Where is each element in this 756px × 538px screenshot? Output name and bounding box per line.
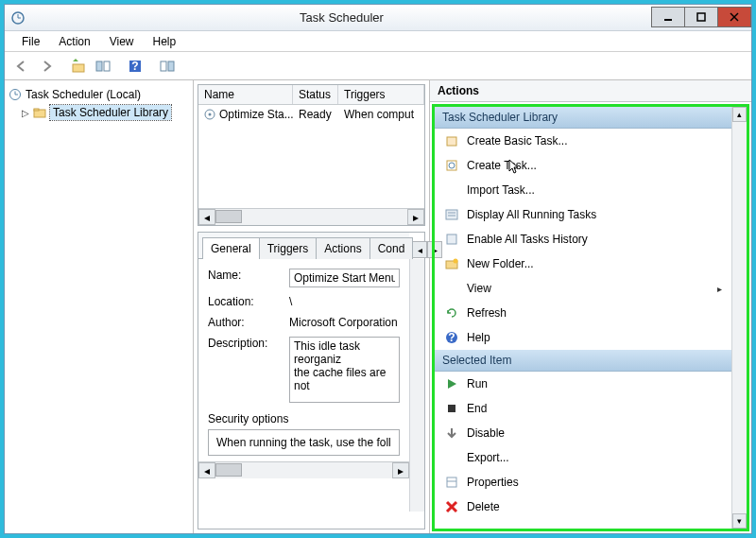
- details-hscroll[interactable]: ◂ ▸: [198, 461, 409, 478]
- maximize-button[interactable]: [684, 7, 718, 27]
- disable[interactable]: Disable: [435, 421, 731, 445]
- actions-vscroll[interactable]: ▴ ▾: [731, 107, 747, 529]
- svg-rect-27: [447, 234, 456, 244]
- up-button[interactable]: [67, 55, 90, 78]
- play-icon: [444, 376, 459, 391]
- menu-action[interactable]: Action: [49, 32, 99, 51]
- show-hide-action-pane-button[interactable]: [156, 55, 179, 78]
- grid-header: Name Status Triggers: [198, 85, 424, 105]
- scroll-left-icon[interactable]: ◂: [198, 462, 215, 478]
- menu-file[interactable]: File: [12, 32, 49, 51]
- forward-button[interactable]: [35, 55, 58, 78]
- svg-rect-8: [96, 61, 102, 71]
- tab-general[interactable]: General: [202, 237, 260, 259]
- display-running-tasks[interactable]: Display All Running Tasks: [435, 202, 731, 227]
- enable-history[interactable]: Enable All Tasks History: [435, 227, 731, 252]
- menu-view[interactable]: View: [100, 32, 144, 51]
- security-options-heading: Security options: [208, 412, 400, 425]
- scroll-right-icon[interactable]: ▸: [392, 462, 409, 478]
- new-folder-icon: [444, 256, 459, 271]
- description-field[interactable]: This idle task reorganiz the cache files…: [289, 337, 400, 403]
- expand-icon[interactable]: ▷: [22, 108, 29, 118]
- properties[interactable]: Properties: [435, 470, 731, 495]
- task-icon: [444, 158, 459, 173]
- tab-conditions[interactable]: Cond: [369, 237, 414, 259]
- wizard-icon: [444, 133, 459, 148]
- back-button[interactable]: [10, 55, 33, 78]
- tab-scroll-left[interactable]: ◂: [412, 241, 427, 258]
- create-task[interactable]: Create Task...: [435, 153, 731, 178]
- actions-library-header[interactable]: Task Scheduler Library ▴: [435, 107, 747, 129]
- close-button[interactable]: [717, 7, 751, 27]
- task-details: General Triggers Actions Cond ◂ ▸ Name: …: [198, 232, 425, 529]
- tree-library[interactable]: ▷ Task Scheduler Library: [9, 103, 189, 122]
- scroll-up-icon[interactable]: ▴: [732, 107, 747, 122]
- scroll-down-icon[interactable]: ▾: [732, 513, 747, 529]
- tree-root[interactable]: Task Scheduler (Local): [9, 86, 189, 103]
- location-label: Location:: [208, 295, 284, 308]
- col-status[interactable]: Status: [293, 85, 338, 104]
- help[interactable]: ?Help: [435, 325, 731, 350]
- history-icon: [444, 232, 459, 247]
- delete-icon: [444, 499, 459, 514]
- titlebar: Task Scheduler: [5, 5, 751, 31]
- svg-point-20: [209, 113, 212, 116]
- refresh[interactable]: Refresh: [435, 301, 731, 325]
- svg-text:?: ?: [131, 60, 138, 73]
- task-scheduler-window: Task Scheduler File Action View Help ? T…: [4, 4, 752, 534]
- col-triggers[interactable]: Triggers: [338, 85, 424, 104]
- svg-rect-13: [168, 61, 174, 71]
- actions-pane-title: Actions: [430, 80, 751, 102]
- svg-rect-24: [446, 210, 457, 219]
- create-basic-task[interactable]: Create Basic Task...: [435, 129, 731, 153]
- actions-selected-header[interactable]: Selected Item ▴: [435, 350, 747, 372]
- svg-rect-33: [447, 477, 456, 487]
- details-vscroll[interactable]: [409, 259, 424, 512]
- name-field[interactable]: [289, 269, 400, 287]
- scroll-left-icon[interactable]: ◂: [198, 209, 215, 225]
- tab-actions[interactable]: Actions: [316, 237, 369, 259]
- svg-rect-32: [448, 405, 455, 412]
- tree-pane: Task Scheduler (Local) ▷ Task Scheduler …: [5, 80, 194, 533]
- author-label: Author:: [208, 316, 284, 329]
- export[interactable]: Export...: [435, 445, 731, 470]
- menu-help[interactable]: Help: [144, 32, 186, 51]
- gear-icon: [204, 109, 215, 120]
- svg-rect-18: [34, 109, 39, 111]
- view-submenu[interactable]: View▸: [435, 276, 731, 301]
- tabs: General Triggers Actions Cond ◂ ▸: [198, 233, 409, 259]
- end[interactable]: End: [435, 396, 731, 421]
- new-folder[interactable]: New Folder...: [435, 252, 731, 276]
- name-label: Name:: [208, 269, 284, 287]
- grid-hscroll[interactable]: ◂ ▸: [198, 208, 424, 225]
- window-title: Task Scheduler: [31, 10, 652, 25]
- help-toolbar-button[interactable]: ?: [124, 55, 146, 78]
- help-icon: ?: [444, 330, 459, 345]
- show-hide-console-button[interactable]: [92, 55, 114, 78]
- description-label: Description:: [208, 337, 284, 403]
- col-name[interactable]: Name: [198, 85, 293, 104]
- svg-rect-7: [73, 64, 84, 72]
- refresh-icon: [444, 305, 459, 321]
- delete[interactable]: Delete: [435, 495, 731, 519]
- chevron-right-icon: ▸: [717, 284, 722, 294]
- cursor-icon: [508, 159, 522, 176]
- clock-icon: [9, 88, 22, 101]
- location-value: \: [289, 295, 400, 308]
- run[interactable]: Run: [435, 372, 731, 396]
- task-grid: Name Status Triggers Optimize Sta... Rea…: [198, 84, 425, 226]
- svg-rect-21: [447, 137, 456, 146]
- security-box: When running the task, use the foll: [208, 429, 400, 456]
- menubar: File Action View Help: [5, 31, 751, 52]
- folder-icon: [33, 106, 46, 119]
- tab-triggers[interactable]: Triggers: [259, 237, 318, 259]
- table-row[interactable]: Optimize Sta... Ready When comput: [198, 105, 424, 124]
- import-task[interactable]: Import Task...: [435, 178, 731, 202]
- author-value: Microsoft Corporation: [289, 316, 400, 329]
- properties-icon: [444, 475, 459, 490]
- minimize-button[interactable]: [651, 7, 685, 27]
- center-pane: Name Status Triggers Optimize Sta... Rea…: [194, 80, 430, 533]
- svg-rect-12: [161, 61, 166, 71]
- scroll-right-icon[interactable]: ▸: [407, 209, 424, 225]
- actions-pane: Actions Task Scheduler Library ▴ Create …: [430, 80, 751, 533]
